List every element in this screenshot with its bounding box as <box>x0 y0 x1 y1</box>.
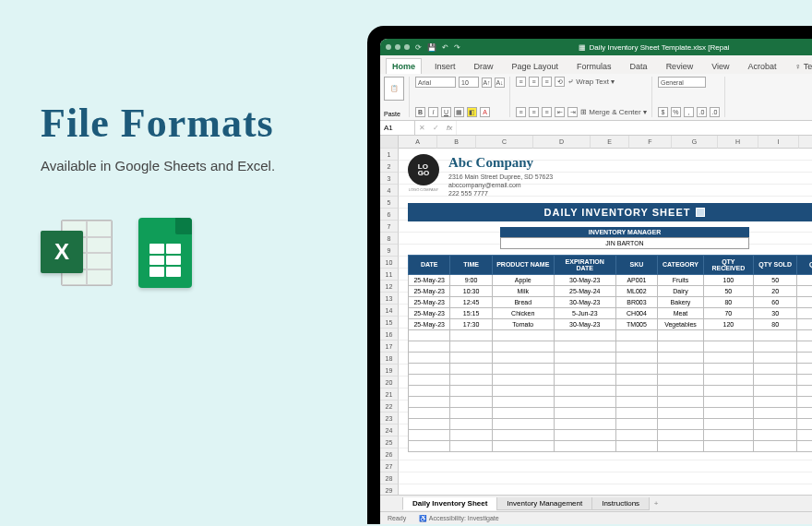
indent-dec-icon[interactable]: ⇤ <box>555 107 565 117</box>
align-top-icon[interactable]: ≡ <box>516 77 526 87</box>
cell[interactable] <box>615 418 657 429</box>
cell[interactable] <box>492 396 554 407</box>
minimize-icon[interactable] <box>395 44 400 50</box>
cell[interactable]: 10:30 <box>450 285 492 296</box>
cell[interactable] <box>450 396 492 407</box>
underline-icon[interactable]: U <box>441 107 451 117</box>
align-right-icon[interactable]: ≡ <box>542 107 552 117</box>
table-row[interactable]: 25-May-2312:45Bread30-May-23BR003Bakery8… <box>409 296 813 307</box>
cell[interactable] <box>450 418 492 429</box>
cell[interactable]: Chicken <box>492 307 554 318</box>
cell[interactable]: 30-May-23 <box>554 296 615 307</box>
orientation-icon[interactable]: ⟲ <box>555 77 565 87</box>
cell[interactable] <box>554 407 615 418</box>
row-header[interactable]: 11 <box>380 269 399 281</box>
cell[interactable]: ML002 <box>615 285 657 296</box>
cell[interactable] <box>797 352 812 363</box>
cell[interactable] <box>450 429 492 440</box>
tab-data[interactable]: Data <box>625 59 653 74</box>
align-bot-icon[interactable]: ≡ <box>542 77 552 87</box>
cell[interactable] <box>658 429 704 440</box>
cell[interactable] <box>658 440 704 451</box>
cell[interactable] <box>658 418 704 429</box>
cell[interactable]: Milk <box>492 285 554 296</box>
cell[interactable] <box>450 374 492 385</box>
merge-button[interactable]: ⊞ Merge & Center ▾ <box>580 108 647 116</box>
table-row[interactable] <box>409 396 813 407</box>
cell[interactable] <box>703 352 753 363</box>
cell[interactable] <box>615 429 657 440</box>
cell[interactable] <box>797 363 812 374</box>
cell[interactable] <box>492 352 554 363</box>
row-header[interactable]: 19 <box>380 365 399 377</box>
tab-tellme[interactable]: ♀ Tell me <box>790 59 812 74</box>
col-header[interactable]: I <box>758 136 799 149</box>
formula-input[interactable] <box>456 121 812 135</box>
cell[interactable] <box>797 385 812 396</box>
cell[interactable] <box>753 352 797 363</box>
cell[interactable] <box>615 385 657 396</box>
cell[interactable] <box>492 363 554 374</box>
row-header[interactable]: 5 <box>380 197 399 209</box>
align-center-icon[interactable]: ≡ <box>529 107 539 117</box>
row-header[interactable]: 28 <box>380 472 399 484</box>
cell[interactable]: 15:15 <box>450 307 492 318</box>
row-header[interactable]: 17 <box>380 341 399 353</box>
name-box[interactable]: A1 <box>380 121 415 135</box>
sheet-tab-management[interactable]: Inventory Management <box>496 497 592 510</box>
align-left-icon[interactable]: ≡ <box>516 107 526 117</box>
row-header[interactable]: 1 <box>380 149 399 161</box>
cell[interactable] <box>797 307 812 318</box>
align-mid-icon[interactable]: ≡ <box>529 77 539 87</box>
table-row[interactable] <box>409 329 813 341</box>
cell[interactable] <box>797 296 812 307</box>
cell[interactable]: Vegetables <box>658 318 704 329</box>
cell[interactable] <box>409 429 450 440</box>
cell[interactable] <box>797 418 812 429</box>
row-header[interactable]: 16 <box>380 329 399 341</box>
cell[interactable] <box>797 396 812 407</box>
cell[interactable] <box>492 440 554 451</box>
cell[interactable] <box>554 341 615 352</box>
cell[interactable] <box>554 374 615 385</box>
cell[interactable]: AP001 <box>615 274 657 285</box>
col-header[interactable]: G <box>672 136 718 149</box>
table-row[interactable] <box>409 440 813 451</box>
cell[interactable] <box>492 341 554 352</box>
cell[interactable]: 25-May-23 <box>409 296 450 307</box>
cell[interactable] <box>492 429 554 440</box>
row-header[interactable]: 14 <box>380 305 399 317</box>
cell[interactable] <box>554 418 615 429</box>
fx-confirm-icon[interactable]: ✓ <box>429 124 443 132</box>
sheet-tab-instructions[interactable]: Instructions <box>591 497 650 510</box>
row-header[interactable]: 9 <box>380 245 399 257</box>
cell[interactable] <box>409 396 450 407</box>
table-row[interactable] <box>409 429 813 440</box>
row-header[interactable]: 4 <box>380 185 399 197</box>
increase-font-icon[interactable]: A↑ <box>482 78 492 88</box>
tab-acrobat[interactable]: Acrobat <box>743 59 782 74</box>
cell[interactable] <box>658 396 704 407</box>
cell[interactable] <box>409 374 450 385</box>
tab-formulas[interactable]: Formulas <box>571 59 617 74</box>
cell[interactable] <box>554 363 615 374</box>
cell[interactable] <box>554 385 615 396</box>
fill-color-icon[interactable]: ◧ <box>467 107 477 117</box>
cell[interactable] <box>409 329 450 341</box>
autosave-icon[interactable]: ⟳ <box>415 43 422 52</box>
row-header[interactable]: 20 <box>380 377 399 389</box>
cell[interactable]: 30-May-23 <box>554 274 615 285</box>
maximize-icon[interactable] <box>404 44 410 50</box>
cell[interactable] <box>703 341 753 352</box>
cell[interactable] <box>450 352 492 363</box>
table-row[interactable] <box>409 352 813 363</box>
cell[interactable]: 25-May-23 <box>409 285 450 296</box>
row-header[interactable]: 3 <box>380 173 399 185</box>
cell[interactable] <box>703 363 753 374</box>
row-header[interactable]: 2 <box>380 161 399 173</box>
cell[interactable] <box>703 385 753 396</box>
cell[interactable] <box>615 329 657 341</box>
col-header[interactable]: J <box>799 136 812 149</box>
row-header[interactable]: 12 <box>380 281 399 293</box>
cell[interactable] <box>797 274 812 285</box>
